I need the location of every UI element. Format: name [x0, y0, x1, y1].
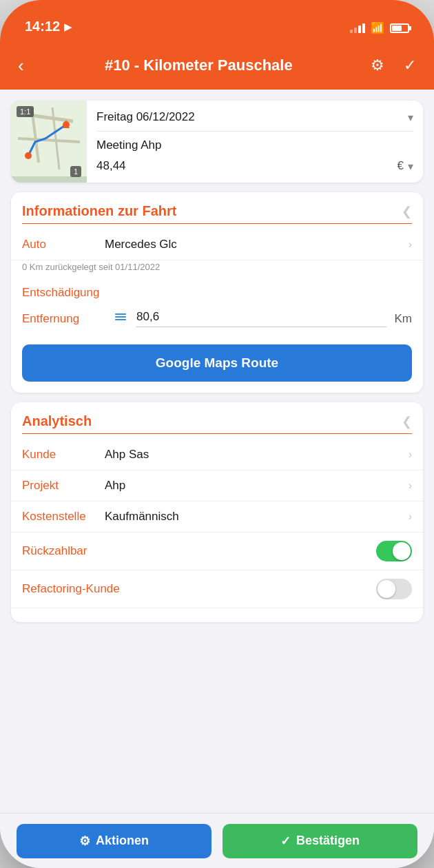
top-info: Freitag 06/12/2022 ▾ Meeting Ahp 48,44 €… — [87, 101, 423, 183]
wifi-icon: 📶 — [371, 21, 384, 34]
auto-sub-text: 0 Km zurückgelegt seit 01/11/2022 — [11, 260, 423, 279]
kostenstelle-chevron-icon: › — [409, 510, 412, 523]
refactoring-toggle[interactable] — [376, 579, 412, 599]
fahrt-title: Informationen zur Fahrt — [22, 203, 176, 219]
projekt-row[interactable]: Projekt Ahp › — [11, 471, 423, 502]
fahrt-card: Informationen zur Fahrt ❮ Auto Mercedes … — [11, 192, 423, 393]
status-icons: 📶 — [350, 21, 409, 34]
date-row[interactable]: Freitag 06/12/2022 ▾ — [96, 110, 413, 132]
date-label: Freitag 06/12/2022 — [96, 110, 195, 124]
date-chevron-icon: ▾ — [408, 111, 413, 124]
entschadigung-header: Entschädigung — [11, 279, 423, 302]
aktionen-label: Aktionen — [96, 834, 149, 848]
refactoring-row: Refactoring-Kunde — [11, 570, 423, 608]
projekt-value: Ahp — [105, 479, 409, 493]
nav-left: ‹ — [14, 51, 31, 81]
kostenstelle-label: Kostenstelle — [22, 510, 105, 524]
signal-icon — [350, 23, 365, 33]
ruckzahlbar-toggle[interactable] — [376, 541, 412, 561]
ruckzahlbar-row: Rückzahlbar — [11, 533, 423, 570]
back-button[interactable]: ‹ — [14, 51, 28, 81]
gear-aktionen-icon: ⚙ — [79, 834, 90, 849]
aktionen-button[interactable]: ⚙ Aktionen — [17, 824, 211, 858]
analytisch-title: Analytisch — [22, 413, 92, 429]
entfernung-row: Entfernung Km — [11, 302, 423, 338]
ruckzahlbar-label: Rückzahlbar — [22, 544, 105, 558]
fahrt-divider — [22, 223, 412, 224]
map-scale-label: 1:1 — [17, 106, 34, 117]
bottom-bar: ⚙ Aktionen ✓ Bestätigen — [0, 813, 434, 868]
analytisch-collapse-icon[interactable]: ❮ — [402, 414, 412, 429]
kunde-label: Kunde — [22, 448, 105, 462]
fahrt-section-header: Informationen zur Fahrt ❮ — [11, 192, 423, 223]
kostenstelle-row[interactable]: Kostenstelle Kaufmännisch › — [11, 502, 423, 533]
auto-chevron-icon: › — [409, 238, 412, 251]
entfernung-input[interactable] — [136, 310, 386, 327]
kostenstelle-value: Kaufmännisch — [105, 510, 409, 524]
refactoring-label: Refactoring-Kunde — [22, 582, 120, 596]
auto-value: Mercedes Glc — [105, 238, 409, 251]
kunde-row[interactable]: Kunde Ahp Sas › — [11, 440, 423, 471]
phone-frame: 14:12 ▶ 📶 ‹ #10 - Kilometer Pauschale ⚙ … — [0, 0, 434, 868]
battery-icon — [390, 23, 409, 33]
analytisch-section-header: Analytisch ❮ — [11, 402, 423, 433]
map-num-label: 1 — [70, 166, 81, 177]
page-title: #10 - Kilometer Pauschale — [105, 56, 293, 74]
meeting-label: Meeting Ahp — [96, 138, 413, 152]
auto-row[interactable]: Auto Mercedes Glc › — [11, 229, 423, 260]
projekt-chevron-icon: › — [409, 479, 412, 492]
fahrt-collapse-icon[interactable]: ❮ — [402, 204, 412, 219]
amount-value: 48,44 — [96, 159, 126, 173]
location-icon: ▶ — [64, 21, 72, 32]
kunde-chevron-icon: › — [409, 448, 412, 461]
amount-row: 48,44 € ▾ — [96, 159, 413, 173]
bestatigen-button[interactable]: ✓ Bestätigen — [223, 824, 417, 858]
top-card: 1:1 1 Freitag 06/12/2022 ▾ Meeting Ahp 4… — [11, 101, 423, 183]
nav-right: ⚙ ✓ — [366, 52, 420, 79]
main-content: 1:1 1 Freitag 06/12/2022 ▾ Meeting Ahp 4… — [0, 90, 434, 813]
currency-group[interactable]: € ▾ — [397, 159, 413, 173]
status-bar: 14:12 ▶ 📶 — [0, 0, 434, 41]
auto-label: Auto — [22, 238, 105, 251]
check-bestatigen-icon: ✓ — [280, 834, 291, 849]
google-maps-button[interactable]: Google Maps Route — [22, 344, 412, 382]
kunde-value: Ahp Sas — [105, 448, 409, 462]
time-label: 14:12 — [25, 19, 60, 34]
analytisch-divider — [22, 433, 412, 434]
status-time: 14:12 ▶ — [25, 19, 72, 34]
gear-button[interactable]: ⚙ — [366, 52, 389, 79]
map-thumbnail[interactable]: 1:1 1 — [11, 101, 87, 183]
entfernung-unit: Km — [395, 312, 413, 326]
nav-bar: ‹ #10 - Kilometer Pauschale ⚙ ✓ — [0, 41, 434, 90]
entfernung-label: Entfernung — [22, 312, 105, 326]
bestatigen-label: Bestätigen — [296, 834, 360, 848]
currency-chevron-icon: ▾ — [408, 160, 413, 173]
entschadigung-label: Entschädigung — [22, 286, 99, 299]
check-button[interactable]: ✓ — [400, 52, 420, 79]
svg-point-6 — [25, 152, 32, 159]
currency-label: € — [397, 159, 404, 173]
projekt-label: Projekt — [22, 479, 105, 493]
analytisch-card: Analytisch ❮ Kunde Ahp Sas › Projekt Ahp… — [11, 402, 423, 622]
route-icon — [113, 309, 128, 328]
